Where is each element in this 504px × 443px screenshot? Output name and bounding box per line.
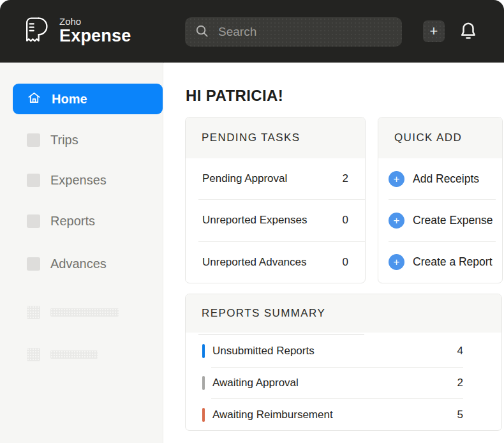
sidebar-item-trips[interactable]: Trips: [0, 127, 163, 153]
quick-add-label: Create a Report: [413, 255, 493, 269]
advances-icon: [27, 257, 40, 271]
skeleton-icon: [27, 348, 40, 361]
awaiting-approval-row[interactable]: Awaiting Approval 2: [186, 368, 501, 399]
row-value: 2: [457, 377, 463, 389]
pending-tasks-card: PENDING TASKS Pending Approval 2 Unrepor…: [185, 117, 366, 283]
unsubmitted-reports-row[interactable]: Unsubmitted Reports 4: [186, 336, 501, 367]
quick-add-card: QUICK ADD + Add Receipts + Create Expens…: [378, 117, 503, 283]
top-bar: Zoho Expense +: [0, 0, 504, 63]
quick-add-title: QUICK ADD: [378, 117, 502, 158]
plus-circle-icon: +: [389, 171, 404, 187]
sidebar-item-label: Home: [52, 92, 87, 107]
row-value: 0: [343, 256, 348, 269]
sidebar-item-expenses[interactable]: Expenses: [0, 167, 163, 193]
sidebar-item-label: Reports: [50, 214, 95, 229]
plus-circle-icon: +: [389, 213, 404, 229]
brand-name-small: Zoho: [59, 17, 131, 27]
row-label: Unsubmitted Reports: [212, 345, 457, 357]
status-color-bar: [202, 408, 205, 422]
skeleton-icon: [27, 306, 40, 319]
sidebar-item-reports[interactable]: Reports: [0, 208, 163, 234]
search-bar[interactable]: [185, 17, 402, 47]
row-value: 0: [343, 214, 348, 227]
notification-bell-icon[interactable]: [457, 19, 480, 45]
sidebar-skeleton-item: [0, 299, 163, 325]
sidebar-item-label: Expenses: [50, 173, 107, 188]
row-label: Awaiting Reimbursement: [212, 409, 457, 421]
status-color-bar: [202, 376, 205, 390]
brand-name-large: Expense: [59, 27, 131, 45]
row-label: Unreported Advances: [202, 256, 307, 269]
unreported-expenses-row[interactable]: Unreported Expenses 0: [186, 200, 365, 241]
sidebar-item-advances[interactable]: Advances: [0, 251, 163, 276]
row-label: Awaiting Approval: [212, 377, 457, 389]
greeting-heading: HI PATRICIA!: [186, 87, 283, 105]
skeleton-bar: [50, 308, 119, 317]
sidebar-item-home[interactable]: Home: [13, 84, 163, 114]
header-underline: [198, 334, 364, 335]
plus-circle-icon: +: [389, 254, 404, 270]
sidebar: Home Trips Expenses Reports Advances: [0, 63, 163, 443]
receipt-icon: [23, 15, 51, 47]
sidebar-item-label: Advances: [50, 257, 107, 271]
awaiting-reimbursement-row[interactable]: Awaiting Reimbursement 5: [186, 399, 501, 430]
search-icon: [195, 24, 209, 41]
add-receipts-button[interactable]: + Add Receipts: [378, 158, 502, 199]
create-expense-button[interactable]: + Create Expense: [378, 200, 502, 241]
add-button[interactable]: +: [423, 20, 445, 42]
create-report-button[interactable]: + Create a Report: [378, 242, 502, 283]
row-label: Unreported Expenses: [202, 214, 307, 227]
brand-logo: Zoho Expense: [23, 15, 131, 47]
search-input[interactable]: [217, 24, 402, 40]
pending-approval-row[interactable]: Pending Approval 2: [186, 158, 365, 199]
row-value: 2: [343, 172, 348, 185]
row-value: 5: [457, 409, 463, 421]
quick-add-label: Add Receipts: [413, 172, 479, 186]
house-icon: [27, 91, 41, 108]
trips-icon: [27, 133, 40, 147]
zoho-expense-app: Zoho Expense +: [0, 0, 504, 443]
reports-icon: [27, 214, 40, 228]
expenses-icon: [27, 174, 40, 187]
quick-add-label: Create Expense: [413, 214, 493, 227]
unreported-advances-row[interactable]: Unreported Advances 0: [186, 242, 365, 283]
row-value: 4: [457, 345, 463, 357]
reports-summary-title: REPORTS SUMMARY: [186, 294, 501, 333]
skeleton-bar: [50, 350, 98, 359]
pending-tasks-title: PENDING TASKS: [186, 117, 365, 158]
sidebar-skeleton-item: [0, 342, 163, 367]
row-label: Pending Approval: [202, 172, 287, 185]
sidebar-item-label: Trips: [50, 133, 78, 147]
status-color-bar: [202, 344, 205, 358]
reports-summary-card: REPORTS SUMMARY Unsubmitted Reports 4 Aw…: [185, 294, 502, 431]
main-content: HI PATRICIA! PENDING TASKS Pending Appro…: [164, 63, 504, 443]
